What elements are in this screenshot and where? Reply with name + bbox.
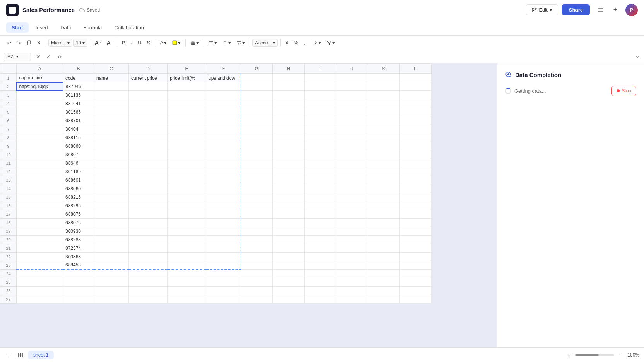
col-header-h[interactable]: H [273,64,305,74]
cell-5-I[interactable] [305,108,336,116]
cell-12-A[interactable] [17,167,63,176]
cell-18-A[interactable] [17,219,63,227]
cell-13-C[interactable] [94,176,129,184]
cell-2-C[interactable] [94,82,129,91]
cell-16-G[interactable] [241,201,273,210]
cell-17-B[interactable]: 688076 [63,210,94,219]
cell-25-J[interactable] [336,278,368,287]
cell-22-B[interactable]: 300868 [63,253,94,261]
cell-27-I[interactable] [305,295,336,304]
cell-5-A[interactable] [17,108,63,116]
col-header-l[interactable]: L [400,64,432,74]
cell-27-B[interactable] [63,295,94,304]
cell-6-D[interactable] [129,116,168,125]
cell-17-H[interactable] [273,210,305,219]
cell-23-K[interactable] [368,261,400,270]
cell-8-I[interactable] [305,133,336,142]
cell-17-K[interactable] [368,210,400,219]
cell-13-F[interactable] [206,176,241,184]
col-header-f[interactable]: F [206,64,241,74]
cell-14-B[interactable]: 688060 [63,184,94,193]
paint-format-button[interactable] [24,39,34,46]
cancel-formula-button[interactable]: ✕ [34,53,43,61]
add-button[interactable]: + [609,4,622,16]
cell-24-K[interactable] [368,270,400,278]
cell-1-H[interactable] [273,74,305,82]
avatar[interactable]: P [625,4,638,16]
cell-20-J[interactable] [336,236,368,244]
cell-21-J[interactable] [336,244,368,253]
cell-3-I[interactable] [305,91,336,99]
formula-expand-button[interactable] [635,54,640,60]
cell-10-B[interactable]: 30807 [63,150,94,159]
font-size-select[interactable]: 10 ▾ [73,39,87,47]
cell-1-G[interactable] [241,74,273,82]
cell-16-C[interactable] [94,201,129,210]
cell-2-G[interactable] [241,82,273,91]
cell-4-B[interactable]: 831641 [63,99,94,108]
cell-3-F[interactable] [206,91,241,99]
cell-21-D[interactable] [129,244,168,253]
tab-formula[interactable]: Formula [78,22,108,33]
cell-25-E[interactable] [168,278,206,287]
cell-15-F[interactable] [206,193,241,201]
cell-27-K[interactable] [368,295,400,304]
cell-24-C[interactable] [94,270,129,278]
cell-8-B[interactable]: 688115 [63,133,94,142]
cell-26-C[interactable] [94,287,129,295]
cell-11-L[interactable] [400,159,432,167]
cell-11-G[interactable] [241,159,273,167]
cell-27-E[interactable] [168,295,206,304]
cell-11-E[interactable] [168,159,206,167]
cell-26-K[interactable] [368,287,400,295]
cell-14-I[interactable] [305,184,336,193]
font-family-select[interactable]: Micro... ▾ [48,39,72,47]
cell-14-F[interactable] [206,184,241,193]
cell-25-D[interactable] [129,278,168,287]
bold-button[interactable]: B [120,39,128,47]
cell-10-L[interactable] [400,150,432,159]
cell-12-F[interactable] [206,167,241,176]
cell-12-E[interactable] [168,167,206,176]
cell-7-B[interactable]: 30404 [63,125,94,133]
col-header-a[interactable]: A [17,64,63,74]
cell-14-G[interactable] [241,184,273,193]
cell-9-D[interactable] [129,142,168,150]
cell-26-J[interactable] [336,287,368,295]
cell-22-G[interactable] [241,253,273,261]
cell-16-H[interactable] [273,201,305,210]
cell-9-A[interactable] [17,142,63,150]
cell-12-B[interactable]: 301189 [63,167,94,176]
cell-25-G[interactable] [241,278,273,287]
cell-13-L[interactable] [400,176,432,184]
cell-11-F[interactable] [206,159,241,167]
cell-22-C[interactable] [94,253,129,261]
cell-25-C[interactable] [94,278,129,287]
cell-27-F[interactable] [206,295,241,304]
cell-1-D[interactable]: current price [129,74,168,82]
cell-21-B[interactable]: 872374 [63,244,94,253]
cell-13-A[interactable] [17,176,63,184]
cell-10-C[interactable] [94,150,129,159]
cell-22-L[interactable] [400,253,432,261]
cell-12-J[interactable] [336,167,368,176]
cell-19-J[interactable] [336,227,368,236]
zoom-slider[interactable] [575,354,614,356]
cell-15-G[interactable] [241,193,273,201]
cell-14-K[interactable] [368,184,400,193]
cell-1-C[interactable]: name [94,74,129,82]
cell-27-L[interactable] [400,295,432,304]
cell-3-E[interactable] [168,91,206,99]
cell-21-L[interactable] [400,244,432,253]
cell-3-B[interactable]: 301136 [63,91,94,99]
borders-button[interactable]: ▾ [188,39,201,47]
cell-6-G[interactable] [241,116,273,125]
cell-3-J[interactable] [336,91,368,99]
cell-12-H[interactable] [273,167,305,176]
cell-11-B[interactable]: 88646 [63,159,94,167]
cell-5-E[interactable] [168,108,206,116]
currency-button[interactable]: ¥ [283,39,290,47]
cell-17-I[interactable] [305,210,336,219]
tab-collaboration[interactable]: Collaboration [109,22,149,33]
cell-26-H[interactable] [273,287,305,295]
